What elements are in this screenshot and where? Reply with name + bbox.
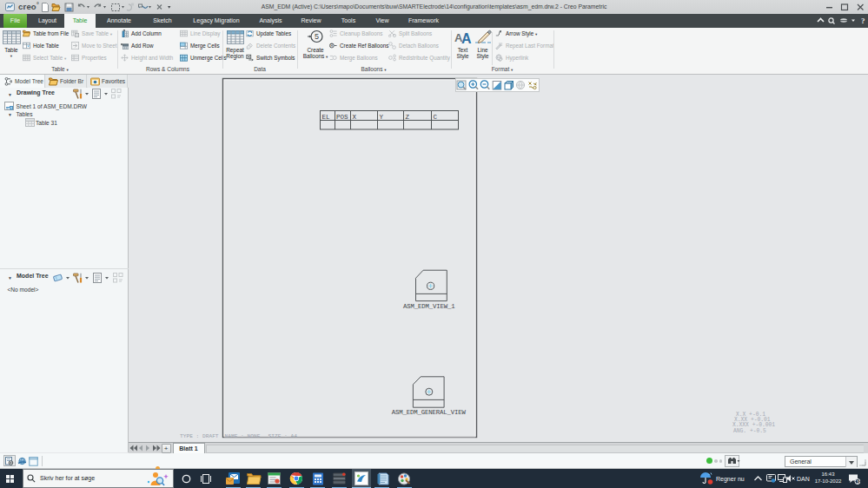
svg-text:ANG. +-0.5: ANG. +-0.5 <box>733 428 766 434</box>
svg-text:3: 3 <box>856 479 858 485</box>
svg-text:NAME : NONE: NAME : NONE <box>225 433 261 439</box>
svg-text:EL: EL <box>322 114 331 121</box>
svg-text:SIZE : A4: SIZE : A4 <box>268 433 298 439</box>
svg-text:POS: POS <box>336 114 348 121</box>
svg-text:A: A <box>461 31 472 46</box>
svg-text:TYPE : DRAFT: TYPE : DRAFT <box>180 433 219 439</box>
svg-text:X: X <box>353 114 357 121</box>
svg-text:?: ? <box>861 16 865 25</box>
svg-text:5: 5 <box>315 32 319 41</box>
svg-text:Z: Z <box>406 114 410 121</box>
svg-text:ASM_EDM_VIEW_1: ASM_EDM_VIEW_1 <box>403 303 455 310</box>
svg-text:ASM_EDM_GENERAL_VIEW: ASM_EDM_GENERAL_VIEW <box>392 409 467 416</box>
svg-text:Y: Y <box>380 114 384 121</box>
svg-text:C: C <box>434 114 438 121</box>
